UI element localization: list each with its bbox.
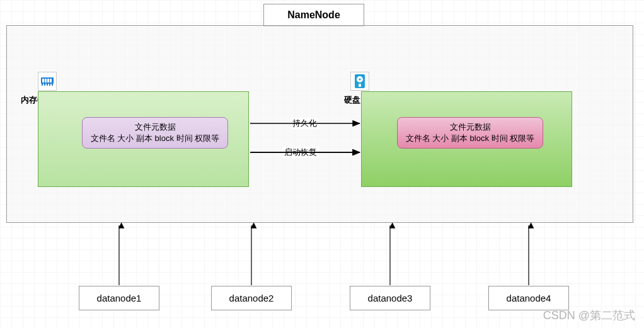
datanode-label: datanode4 bbox=[507, 293, 551, 303]
memory-icon bbox=[38, 72, 57, 91]
disk-meta-title: 文件元数据 bbox=[403, 122, 538, 133]
datanode-box: datanode1 bbox=[79, 286, 159, 310]
datanode-label: datanode1 bbox=[97, 293, 142, 303]
svg-rect-6 bbox=[44, 84, 45, 86]
svg-rect-4 bbox=[50, 79, 52, 82]
svg-rect-3 bbox=[47, 79, 49, 82]
svg-rect-5 bbox=[42, 84, 43, 86]
namenode-title-box: NameNode bbox=[263, 4, 364, 26]
disk-label: 硬盘 bbox=[344, 94, 360, 106]
memory-meta-title: 文件元数据 bbox=[88, 122, 222, 133]
disk-meta-detail: 文件名 大小 副本 block 时间 权限等 bbox=[403, 133, 538, 144]
restore-label: 启动恢复 bbox=[282, 147, 319, 158]
persist-label: 持久化 bbox=[290, 118, 319, 129]
datanode-label: datanode2 bbox=[229, 293, 274, 303]
datanode-box: datanode2 bbox=[211, 286, 292, 310]
memory-meta-detail: 文件名 大小 副本 block 时间 权限等 bbox=[88, 133, 222, 144]
svg-rect-8 bbox=[49, 84, 50, 86]
svg-rect-9 bbox=[52, 84, 53, 86]
datanode-label: datanode3 bbox=[368, 293, 413, 303]
namenode-title: NameNode bbox=[287, 9, 340, 20]
datanode-box: datanode3 bbox=[350, 286, 430, 310]
disk-meta-box: 文件元数据 文件名 大小 副本 block 时间 权限等 bbox=[397, 117, 543, 149]
svg-point-12 bbox=[359, 79, 361, 81]
svg-rect-1 bbox=[42, 79, 44, 82]
svg-rect-13 bbox=[359, 84, 361, 87]
svg-rect-7 bbox=[47, 84, 48, 86]
datanode-box: datanode4 bbox=[488, 286, 569, 310]
memory-meta-box: 文件元数据 文件名 大小 副本 block 时间 权限等 bbox=[82, 117, 228, 149]
hdd-icon bbox=[350, 72, 369, 91]
watermark: CSDN @第二范式 bbox=[543, 308, 635, 323]
svg-rect-2 bbox=[45, 79, 47, 82]
